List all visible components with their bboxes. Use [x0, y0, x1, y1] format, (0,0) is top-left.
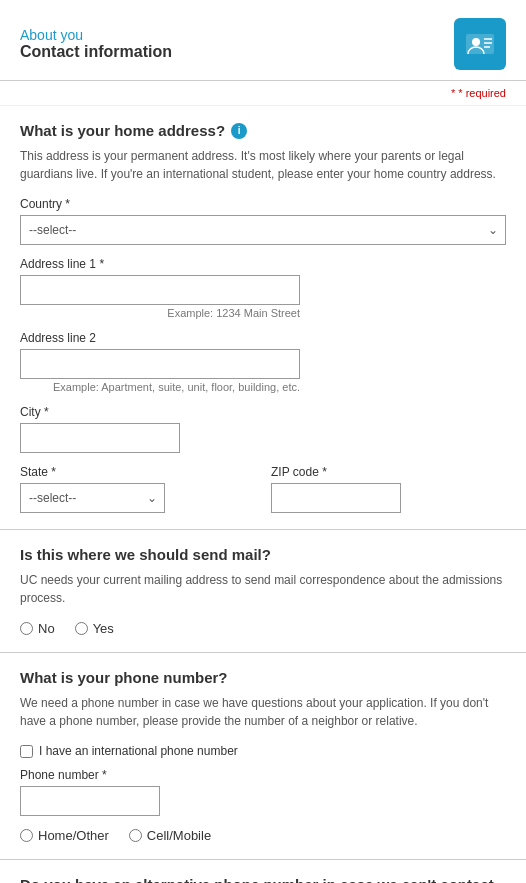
mail-yes-label[interactable]: Yes: [75, 621, 114, 636]
address2-label: Address line 2: [20, 331, 506, 345]
home-other-text: Home/Other: [38, 828, 109, 843]
address1-hint: Example: 1234 Main Street: [20, 307, 300, 319]
mail-radio-group: No Yes: [20, 621, 506, 636]
contact-icon: [454, 18, 506, 70]
state-zip-row: State * --select-- ⌄ ZIP code *: [20, 465, 506, 513]
city-input[interactable]: [20, 423, 180, 453]
alt-phone-section: Do you have an alternative phone number …: [0, 860, 526, 883]
phone-input[interactable]: [20, 786, 160, 816]
header-titles: About you Contact information: [20, 27, 172, 61]
phone-section: What is your phone number? We need a pho…: [0, 653, 526, 860]
info-icon[interactable]: i: [231, 123, 247, 139]
mail-no-label[interactable]: No: [20, 621, 55, 636]
city-label: City *: [20, 405, 506, 419]
state-label: State *: [20, 465, 255, 479]
mail-yes-text: Yes: [93, 621, 114, 636]
address1-label: Address line 1 *: [20, 257, 506, 271]
state-group: State * --select-- ⌄: [20, 465, 255, 513]
phone-title-text: What is your phone number?: [20, 669, 228, 686]
mail-no-text: No: [38, 621, 55, 636]
phone-section-title: What is your phone number?: [20, 669, 506, 686]
mail-section-description: UC needs your current mailing address to…: [20, 571, 506, 607]
home-address-title-text: What is your home address?: [20, 122, 225, 139]
zip-input[interactable]: [271, 483, 401, 513]
address1-group: Address line 1 * Example: 1234 Main Stre…: [20, 257, 506, 319]
mail-section-title: Is this where we should send mail?: [20, 546, 506, 563]
required-text: * required: [458, 87, 506, 99]
svg-point-1: [472, 38, 480, 46]
mail-title-text: Is this where we should send mail?: [20, 546, 271, 563]
home-other-label[interactable]: Home/Other: [20, 828, 109, 843]
zip-group: ZIP code *: [271, 465, 506, 513]
about-you-label: About you: [20, 27, 172, 43]
home-address-description: This address is your permanent address. …: [20, 147, 506, 183]
address2-hint: Example: Apartment, suite, unit, floor, …: [20, 381, 300, 393]
mail-yes-radio[interactable]: [75, 622, 88, 635]
intl-phone-checkbox-label[interactable]: I have an international phone number: [20, 744, 506, 758]
required-note: * * required: [0, 81, 526, 106]
alt-phone-title: Do you have an alternative phone number …: [20, 876, 506, 883]
country-label: Country *: [20, 197, 506, 211]
page-header: About you Contact information: [0, 0, 526, 81]
home-address-title: What is your home address? i: [20, 122, 506, 139]
address1-input[interactable]: [20, 275, 300, 305]
country-group: Country * --select-- ⌄: [20, 197, 506, 245]
cell-mobile-radio[interactable]: [129, 829, 142, 842]
country-select-wrapper: --select-- ⌄: [20, 215, 506, 245]
mail-section: Is this where we should send mail? UC ne…: [0, 530, 526, 653]
cell-mobile-text: Cell/Mobile: [147, 828, 211, 843]
phone-number-group: Phone number *: [20, 768, 506, 816]
city-group: City *: [20, 405, 506, 453]
country-select[interactable]: --select--: [20, 215, 506, 245]
contact-info-label: Contact information: [20, 43, 172, 61]
intl-phone-text: I have an international phone number: [39, 744, 238, 758]
zip-label: ZIP code *: [271, 465, 506, 479]
phone-label: Phone number *: [20, 768, 506, 782]
required-asterisk: *: [451, 87, 455, 99]
svg-rect-0: [466, 34, 494, 54]
home-other-radio[interactable]: [20, 829, 33, 842]
state-select-wrapper: --select-- ⌄: [20, 483, 165, 513]
state-select[interactable]: --select--: [20, 483, 165, 513]
page-container: About you Contact information * * requir…: [0, 0, 526, 883]
address2-group: Address line 2 Example: Apartment, suite…: [20, 331, 506, 393]
mail-no-radio[interactable]: [20, 622, 33, 635]
home-address-section: What is your home address? i This addres…: [0, 106, 526, 530]
phone-type-group: Home/Other Cell/Mobile: [20, 828, 506, 843]
cell-mobile-label[interactable]: Cell/Mobile: [129, 828, 211, 843]
phone-section-description: We need a phone number in case we have q…: [20, 694, 506, 730]
intl-phone-checkbox[interactable]: [20, 745, 33, 758]
address2-input[interactable]: [20, 349, 300, 379]
